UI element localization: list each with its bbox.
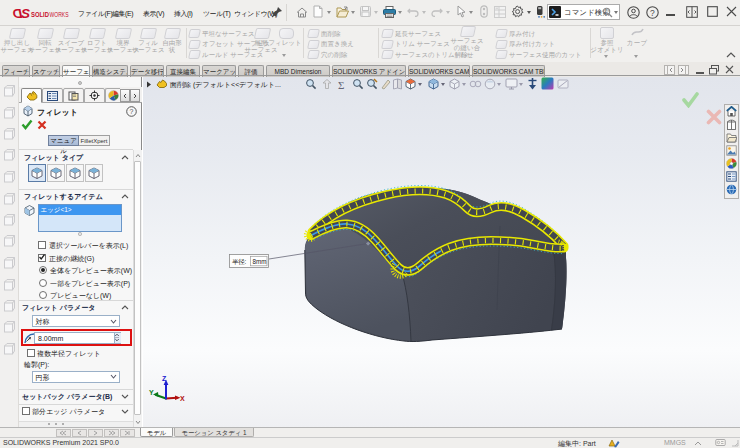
svg-text:Z: Z xyxy=(162,375,167,382)
svg-text:半径:: 半径: xyxy=(232,258,247,265)
svg-text:X: X xyxy=(180,395,185,402)
svg-text:Y: Y xyxy=(149,389,154,396)
svg-text:8mm: 8mm xyxy=(253,258,267,265)
svg-text:?: ? xyxy=(129,108,133,115)
